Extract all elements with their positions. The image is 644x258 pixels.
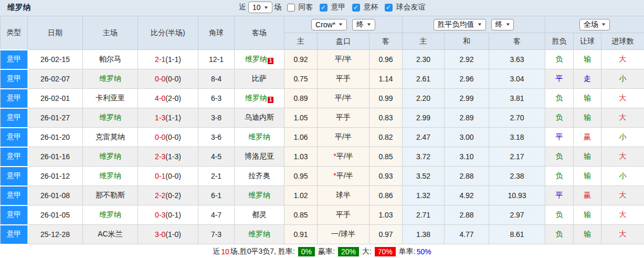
col-header-handicap-result: 让球 bbox=[574, 33, 601, 50]
footer-winpct-label: 赢率: bbox=[318, 247, 335, 256]
handicap-cell: 平手 bbox=[318, 108, 369, 128]
away-team-cell: 比萨 bbox=[235, 69, 284, 89]
checkbox-checked[interactable]: ✓ bbox=[385, 4, 393, 12]
match-table: 类型 日期 主场 比分(半场) 角球 客场 Crow*▼ 终▼ 胜平负均值▼ 终… bbox=[0, 16, 644, 245]
away-team-cell: 都灵 bbox=[235, 205, 284, 225]
odds-source-value: Crow* bbox=[315, 20, 335, 29]
goals-result-cell: 大 bbox=[601, 205, 644, 225]
odds-home-cell: 0.92 bbox=[284, 50, 318, 69]
footer-single-label: 单率: bbox=[399, 247, 416, 256]
checkbox-label[interactable]: 同客 bbox=[299, 3, 313, 12]
avg-lose-cell: 3.04 bbox=[489, 69, 545, 89]
handicap-result-cell: 输 bbox=[574, 147, 601, 167]
league-cell: 意甲 bbox=[1, 205, 28, 225]
home-team-cell: 卡利亚里 bbox=[83, 89, 138, 108]
handicap-cell: 一/球半 bbox=[318, 225, 369, 244]
red-badge: 1 bbox=[268, 97, 274, 103]
checkbox-checked[interactable]: ✓ bbox=[352, 4, 360, 12]
avg-time-select[interactable]: 终▼ bbox=[491, 19, 514, 30]
avg-win-cell: 2.99 bbox=[403, 108, 445, 128]
table-row: 意甲26-01-08那不勒斯2-2(0-2)6-1维罗纳1.02球半0.861.… bbox=[1, 186, 644, 205]
avg-lose-cell: 10.93 bbox=[489, 186, 545, 205]
home-team-cell: 维罗纳 bbox=[83, 108, 138, 128]
chevron-down-icon: ▼ bbox=[338, 22, 343, 27]
date-cell: 26-01-08 bbox=[28, 186, 83, 205]
avg-lose-cell: 2.70 bbox=[489, 108, 545, 128]
handicap-result-cell: 输 bbox=[574, 50, 601, 69]
match-history-panel: 维罗纳 近 10 ▼ 场 同客✓意甲✓意杯✓球会友谊 类型 日期 主场 比分(半… bbox=[0, 0, 644, 258]
chevron-down-icon: ▼ bbox=[366, 22, 372, 27]
near-count-select[interactable]: 10 ▼ bbox=[248, 2, 272, 13]
footer-near-count: 10 bbox=[221, 247, 229, 256]
odds-home-cell: 0.95 bbox=[284, 167, 318, 186]
chevron-down-icon: ▼ bbox=[263, 5, 268, 10]
top-bar: 维罗纳 近 10 ▼ 场 同客✓意甲✓意杯✓球会友谊 bbox=[0, 0, 644, 16]
avg-lose-cell: 2.17 bbox=[489, 147, 545, 167]
avg-draw-cell: 4.92 bbox=[445, 186, 489, 205]
checkbox-unchecked[interactable] bbox=[287, 4, 295, 12]
date-cell: 25-12-28 bbox=[28, 225, 83, 244]
checkbox-label[interactable]: 意杯 bbox=[364, 3, 378, 12]
score-cell: 0-0(0-0) bbox=[138, 69, 198, 89]
filter-bar: 近 10 ▼ 场 同客✓意甲✓意杯✓球会友谊 bbox=[239, 2, 430, 13]
avg-win-cell: 2.71 bbox=[403, 205, 445, 225]
avg-source-select[interactable]: 胜平负均值▼ bbox=[434, 19, 486, 30]
avg-lose-cell: 3.81 bbox=[489, 89, 545, 108]
corner-cell: 3-6 bbox=[198, 128, 235, 147]
col-header-type: 类型 bbox=[1, 16, 28, 50]
scope-select[interactable]: 全场▼ bbox=[579, 19, 610, 30]
avg-win-cell: 3.72 bbox=[403, 147, 445, 167]
date-cell: 26-01-27 bbox=[28, 108, 83, 128]
col-header-wdl: 胜负 bbox=[545, 33, 574, 50]
away-team-cell: 维罗纳 bbox=[235, 128, 284, 147]
wdl-result-cell: 负 bbox=[545, 89, 574, 108]
corner-cell: 4-5 bbox=[198, 147, 235, 167]
score-cell: 0-0(0-0) bbox=[138, 128, 198, 147]
chevron-down-icon: ▼ bbox=[477, 22, 482, 27]
table-row: 意甲26-01-12维罗纳0-1(0-0)2-1拉齐奥0.95*平/半0.933… bbox=[1, 167, 644, 186]
corner-cell: 12-1 bbox=[198, 50, 235, 69]
wdl-result-cell: 负 bbox=[545, 205, 574, 225]
date-cell: 26-01-12 bbox=[28, 167, 83, 186]
league-cell: 意甲 bbox=[1, 128, 28, 147]
match-table-body: 意甲26-02-15帕尔马2-1(1-1)12-1维罗纳10.92平/半0.96… bbox=[1, 50, 644, 244]
score-cell: 0-3(0-1) bbox=[138, 205, 198, 225]
handicap-cell: 平手 bbox=[318, 205, 369, 225]
corner-cell: 3-8 bbox=[198, 108, 235, 128]
league-cell: 意甲 bbox=[1, 186, 28, 205]
goals-result-cell: 大 bbox=[601, 225, 644, 244]
checkbox-checked[interactable]: ✓ bbox=[320, 4, 328, 12]
odds-source-select[interactable]: Crow*▼ bbox=[311, 19, 347, 30]
league-cell: 意甲 bbox=[1, 50, 28, 69]
odds-home-cell: 1.03 bbox=[284, 147, 318, 167]
col-header-odds-away: 客 bbox=[369, 33, 403, 50]
handicap-result-cell: 输 bbox=[574, 108, 601, 128]
single-rate-value: 50% bbox=[417, 247, 431, 256]
away-team-cell: 乌迪内斯 bbox=[235, 108, 284, 128]
odds-home-cell: 0.75 bbox=[284, 69, 318, 89]
avg-win-cell: 3.52 bbox=[403, 167, 445, 186]
page-title: 维罗纳 bbox=[7, 3, 31, 13]
away-team-cell: 拉齐奥 bbox=[235, 167, 284, 186]
away-team-cell: 维罗纳1 bbox=[235, 89, 284, 108]
col-header-avg-win: 主 bbox=[403, 33, 445, 50]
checkbox-label[interactable]: 球会友谊 bbox=[396, 3, 426, 12]
odds-group-header: Crow*▼ 终▼ bbox=[284, 16, 403, 33]
near-count-value: 10 bbox=[252, 3, 261, 12]
home-team-cell: 维罗纳 bbox=[83, 205, 138, 225]
table-row: 意甲26-01-16维罗纳2-3(1-3)4-5博洛尼亚1.03*平/半0.85… bbox=[1, 147, 644, 167]
odds-time-select[interactable]: 终▼ bbox=[352, 19, 375, 30]
big-rate-badge: 70% bbox=[375, 247, 396, 256]
corner-cell: 2-1 bbox=[198, 167, 235, 186]
checkbox-label[interactable]: 意甲 bbox=[331, 3, 346, 12]
score-cell: 4-0(2-0) bbox=[138, 89, 198, 108]
handicap-result-cell: 输 bbox=[574, 225, 601, 244]
away-team-cell: 博洛尼亚 bbox=[235, 147, 284, 167]
away-team-cell: 维罗纳 bbox=[235, 186, 284, 205]
league-cell: 意甲 bbox=[1, 225, 28, 244]
odds-away-cell: 1.14 bbox=[369, 69, 403, 89]
goals-result-cell: 大 bbox=[601, 186, 644, 205]
corner-cell: 4-7 bbox=[198, 205, 235, 225]
col-header-goals: 进球数 bbox=[601, 33, 644, 50]
avg-draw-cell: 3.10 bbox=[445, 147, 489, 167]
